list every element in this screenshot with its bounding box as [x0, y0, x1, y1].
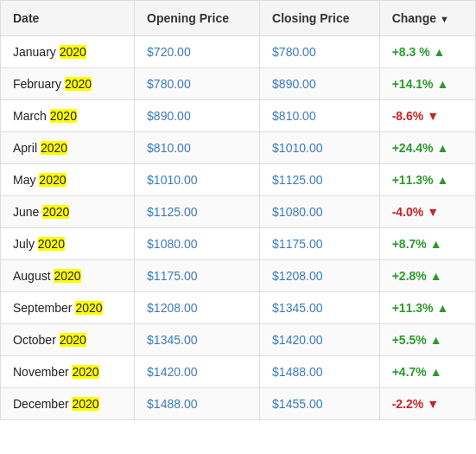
closing-price-cell: $810.00: [260, 100, 380, 132]
table-row: April 2020 $810.00 $1010.00 +24.4%: [1, 132, 476, 164]
year-highlight: 2020: [50, 109, 77, 123]
change-cell: +24.4%: [379, 132, 475, 164]
change-cell: +14.1%: [379, 68, 475, 100]
date-cell: March 2020: [1, 100, 135, 132]
opening-price-cell: $1208.00: [135, 292, 260, 324]
opening-price-cell: $1010.00: [135, 164, 260, 196]
table-row: January 2020 $720.00 $780.00 +8.3 %: [1, 36, 476, 68]
change-cell: +11.3%: [379, 292, 475, 324]
year-highlight: 2020: [75, 301, 102, 315]
closing-price-cell: $1010.00: [260, 132, 380, 164]
table-row: July 2020 $1080.00 $1175.00 +8.7%: [1, 228, 476, 260]
date-cell: July 2020: [1, 228, 135, 260]
change-cell: -2.2%: [379, 388, 475, 420]
change-cell: +2.8%: [379, 260, 475, 292]
closing-price-cell: $1080.00: [260, 196, 380, 228]
table-row: May 2020 $1010.00 $1125.00 +11.3%: [1, 164, 476, 196]
table-row: March 2020 $890.00 $810.00 -8.6%: [1, 100, 476, 132]
closing-price-cell: $890.00: [260, 68, 380, 100]
change-cell: +8.3 %: [379, 36, 475, 68]
table-row: August 2020 $1175.00 $1208.00 +2.8%: [1, 260, 476, 292]
table-row: September 2020 $1208.00 $1345.00 +11.3%: [1, 292, 476, 324]
date-cell: June 2020: [1, 196, 135, 228]
year-highlight: 2020: [54, 269, 80, 283]
change-column-header[interactable]: Change ▼: [379, 1, 475, 36]
opening-price-cell: $1488.00: [135, 388, 260, 420]
opening-price-cell: $1175.00: [135, 260, 260, 292]
table-header-row: Date Opening Price Closing Price Change …: [1, 1, 476, 36]
year-highlight: 2020: [41, 141, 67, 155]
table-row: December 2020 $1488.00 $1455.00 -2.2%: [1, 388, 476, 420]
change-cell: +4.7%: [379, 356, 475, 388]
year-highlight: 2020: [72, 397, 98, 411]
opening-price-cell: $1080.00: [135, 228, 260, 260]
date-cell: November 2020: [1, 356, 135, 388]
date-cell: August 2020: [1, 260, 135, 292]
year-highlight: 2020: [42, 205, 69, 219]
closing-price-cell: $1175.00: [260, 228, 380, 260]
date-cell: January 2020: [1, 36, 135, 68]
opening-price-cell: $1420.00: [135, 356, 260, 388]
year-highlight: 2020: [60, 45, 86, 59]
opening-price-cell: $780.00: [135, 68, 260, 100]
table-row: June 2020 $1125.00 $1080.00 -4.0%: [1, 196, 476, 228]
closing-price-cell: $1345.00: [260, 292, 380, 324]
closing-price-cell: $1488.00: [260, 356, 380, 388]
table-row: October 2020 $1345.00 $1420.00 +5.5%: [1, 324, 476, 356]
date-cell: April 2020: [1, 132, 135, 164]
year-highlight: 2020: [65, 77, 92, 91]
closing-price-column-header: Closing Price: [260, 1, 380, 36]
change-cell: -4.0%: [379, 196, 475, 228]
date-cell: September 2020: [1, 292, 135, 324]
opening-price-cell: $1125.00: [135, 196, 260, 228]
opening-price-cell: $890.00: [135, 100, 260, 132]
change-cell: +11.3%: [379, 164, 475, 196]
price-table: Date Opening Price Closing Price Change …: [0, 0, 476, 420]
date-column-header: Date: [1, 1, 135, 36]
change-cell: +5.5%: [379, 324, 475, 356]
opening-price-column-header: Opening Price: [135, 1, 260, 36]
date-cell: October 2020: [1, 324, 135, 356]
year-highlight: 2020: [60, 333, 86, 347]
change-cell: -8.6%: [379, 100, 475, 132]
year-highlight: 2020: [72, 365, 98, 379]
closing-price-cell: $780.00: [260, 36, 380, 68]
opening-price-cell: $720.00: [135, 36, 260, 68]
closing-price-cell: $1420.00: [260, 324, 380, 356]
sort-icon: ▼: [440, 14, 449, 24]
closing-price-cell: $1455.00: [260, 388, 380, 420]
year-highlight: 2020: [38, 237, 65, 251]
date-cell: May 2020: [1, 164, 135, 196]
table-row: February 2020 $780.00 $890.00 +14.1%: [1, 68, 476, 100]
opening-price-cell: $1345.00: [135, 324, 260, 356]
date-cell: February 2020: [1, 68, 135, 100]
closing-price-cell: $1208.00: [260, 260, 380, 292]
date-cell: December 2020: [1, 388, 135, 420]
closing-price-cell: $1125.00: [260, 164, 380, 196]
change-cell: +8.7%: [379, 228, 475, 260]
table-row: November 2020 $1420.00 $1488.00 +4.7%: [1, 356, 476, 388]
opening-price-cell: $810.00: [135, 132, 260, 164]
year-highlight: 2020: [39, 173, 66, 187]
